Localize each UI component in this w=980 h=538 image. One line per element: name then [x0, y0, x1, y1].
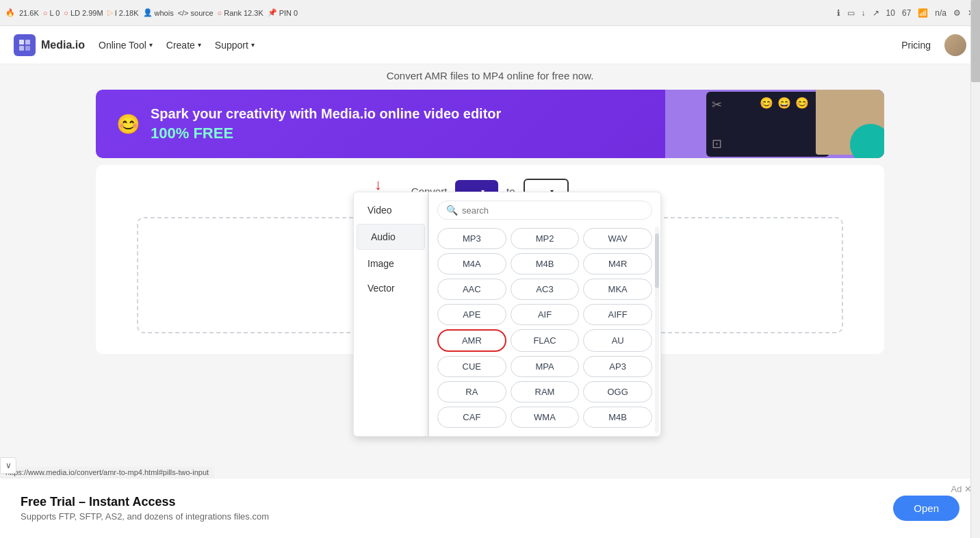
chevron-down-icon: ▾	[198, 41, 201, 49]
collapse-button[interactable]: ∨	[0, 457, 16, 474]
format-m4r[interactable]: M4R	[583, 253, 652, 274]
format-ra[interactable]: RA	[437, 381, 506, 402]
category-list: ↓ Video Audio Image Vector	[353, 192, 428, 437]
format-au[interactable]: AU	[583, 329, 652, 352]
logo-icon	[14, 34, 36, 56]
stat-ld: ○ LD 2.99M	[64, 9, 103, 17]
ad-open-button[interactable]: Open	[893, 496, 959, 521]
signal-value: n/a	[935, 8, 946, 18]
ad-title: Free Trial – Instant Access	[21, 495, 879, 509]
monitor-icon[interactable]: ▭	[847, 8, 855, 18]
format-mp2[interactable]: MP2	[511, 228, 580, 249]
nav-create[interactable]: Create ▾	[166, 40, 201, 51]
stat-source: </> source	[178, 9, 214, 17]
format-cue[interactable]: CUE	[437, 356, 506, 377]
promo-banner[interactable]: 😊 Spark your creativity with Media.io on…	[96, 90, 884, 158]
format-mp3[interactable]: MP3	[437, 228, 506, 249]
format-m4a[interactable]: M4A	[437, 253, 506, 274]
banner-text: Spark your creativity with Media.io onli…	[151, 106, 501, 142]
stat-pin: 📌 PIN 0	[268, 8, 298, 17]
category-video[interactable]: Video	[354, 198, 428, 222]
info-icon[interactable]: ℹ	[837, 8, 840, 18]
nav-logo[interactable]: Media.io	[14, 34, 85, 56]
format-aif[interactable]: AIF	[511, 304, 580, 325]
stat-i: ▷ I 2.18K	[107, 8, 139, 17]
format-aiff[interactable]: AIFF	[583, 304, 652, 325]
search-box: 🔍	[437, 201, 652, 220]
category-vector[interactable]: Vector	[354, 276, 428, 300]
svg-rect-3	[25, 46, 30, 51]
stat-21k: 21.6K	[19, 9, 39, 17]
nav-bar: Media.io Online Tool ▾ Create ▾ Support …	[0, 26, 980, 64]
share-icon[interactable]: ↗	[873, 8, 879, 18]
format-ogg[interactable]: OGG	[583, 381, 652, 402]
chevron-down-icon: ▾	[251, 41, 255, 49]
banner-free-text: 100% FREE	[151, 125, 501, 142]
stat-rank: ○ Rank 12.3K	[218, 9, 263, 17]
banner-emoji-row: 😊😄😊	[760, 97, 809, 110]
svg-rect-2	[19, 46, 24, 51]
settings-icon[interactable]: ⚙	[953, 8, 961, 18]
nav-avatar[interactable]	[944, 34, 966, 56]
dropdown-container: ↓ Video Audio Image Vector 🔍 MP3 MP2 WAV…	[353, 192, 661, 437]
format-scrollbar-track	[655, 227, 659, 433]
nav-menu: Online Tool ▾ Create ▾ Support ▾	[99, 40, 255, 51]
count-67: 67	[902, 8, 911, 18]
format-m4b[interactable]: M4B	[511, 253, 580, 274]
nav-online-tool[interactable]: Online Tool ▾	[99, 40, 153, 51]
format-scrollbar-thumb[interactable]	[655, 233, 659, 288]
format-ap3[interactable]: AP3	[583, 356, 652, 377]
format-wma[interactable]: WMA	[511, 407, 580, 428]
chevron-down-icon: ▾	[149, 41, 153, 49]
svg-rect-0	[19, 40, 24, 44]
page-scrollbar-thumb[interactable]	[971, 0, 980, 82]
format-amr[interactable]: AMR	[437, 329, 506, 352]
format-ac3[interactable]: AC3	[511, 279, 580, 300]
format-mka[interactable]: MKA	[583, 279, 652, 300]
red-arrow-icon: ↓	[374, 176, 382, 194]
stat-l0: ○ L 0	[43, 9, 60, 17]
banner-headline: Spark your creativity with Media.io onli…	[151, 106, 501, 122]
stat-whois: 👤 whois	[143, 8, 174, 17]
browser-icons: ℹ ▭ ↓ ↗ 10 67 📶 n/a ⚙ ✕	[837, 8, 975, 18]
status-bar: https://www.media.io/convert/amr-to-mp4.…	[0, 467, 214, 478]
search-icon: 🔍	[446, 205, 458, 216]
format-m4b2[interactable]: M4B	[583, 407, 652, 428]
ad-content: Free Trial – Instant Access Supports FTP…	[21, 495, 879, 522]
format-wav[interactable]: WAV	[583, 228, 652, 249]
download-icon[interactable]: ↓	[862, 8, 866, 18]
ad-banner: Ad ✕ Free Trial – Instant Access Support…	[0, 478, 980, 538]
format-ram[interactable]: RAM	[511, 381, 580, 402]
nav-pricing[interactable]: Pricing	[901, 40, 931, 51]
chevron-down-icon: ∨	[5, 461, 12, 470]
format-aac[interactable]: AAC	[437, 279, 506, 300]
format-mpa[interactable]: MPA	[511, 356, 580, 377]
banner-emoji: 😊	[116, 113, 140, 136]
format-panel: 🔍 MP3 MP2 WAV M4A M4B M4R AAC AC3 MKA AP…	[428, 192, 661, 437]
nav-support[interactable]: Support ▾	[215, 40, 255, 51]
status-url: https://www.media.io/convert/amr-to-mp4.…	[5, 468, 209, 476]
signal-icon: 📶	[918, 8, 928, 18]
page-subtitle: Convert AMR files to MP4 online for free…	[0, 70, 980, 81]
format-grid: MP3 MP2 WAV M4A M4B M4R AAC AC3 MKA APE …	[437, 228, 652, 428]
format-caf[interactable]: CAF	[437, 407, 506, 428]
category-audio[interactable]: Audio	[357, 224, 425, 250]
fire-icon: 🔥	[5, 8, 15, 17]
format-flac[interactable]: FLAC	[511, 329, 580, 352]
svg-rect-1	[25, 40, 30, 44]
search-input[interactable]	[462, 205, 643, 216]
category-image[interactable]: Image	[354, 251, 428, 276]
format-ape[interactable]: APE	[437, 304, 506, 325]
page-scrollbar	[970, 0, 980, 538]
browser-bar: 🔥 21.6K ○ L 0 ○ LD 2.99M ▷ I 2.18K 👤 who…	[0, 0, 980, 26]
logo-text: Media.io	[41, 39, 85, 51]
banner-image: ✂ ⊡ </> 😊😄😊	[665, 90, 884, 158]
ad-subtitle: Supports FTP, SFTP, AS2, and dozens of i…	[21, 511, 879, 522]
count-10: 10	[886, 8, 895, 18]
ad-badge: Ad	[951, 484, 962, 494]
ad-close-button[interactable]: Ad ✕	[951, 484, 972, 494]
